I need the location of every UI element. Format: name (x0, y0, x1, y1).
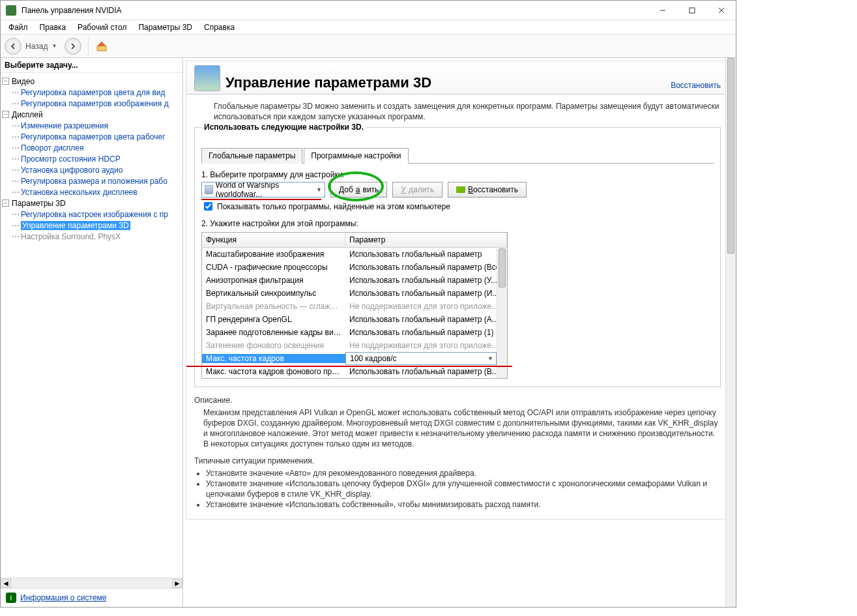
nav-forward-button[interactable] (65, 38, 81, 55)
tree-item-surround-physx[interactable]: ⋯Настройка Surround, PhysX (2, 231, 181, 242)
svg-rect-1 (690, 8, 695, 13)
menu-help[interactable]: Справка (199, 22, 240, 33)
main-scrollbar[interactable] (725, 58, 736, 607)
tree-cat-video[interactable]: − Видео (2, 76, 181, 87)
settings-table-body[interactable]: Масштабирование изображенияИспользовать … (202, 248, 507, 378)
collapse-icon[interactable]: − (2, 78, 9, 85)
list-item: Установите значение «Использовать собств… (206, 499, 721, 510)
content-wrap: Управление параметрами 3D Восстановить Г… (186, 61, 729, 520)
tree-item-rotate[interactable]: ⋯Поворот дисплея (2, 142, 181, 153)
tab-program[interactable]: Программные настройки (304, 148, 408, 164)
selected-value-dropdown[interactable]: 100 кадров/с ▼ (345, 352, 497, 365)
tree-item-video-color[interactable]: ⋯Регулировка параметров цвета для вид (2, 87, 181, 98)
window-buttons (648, 1, 736, 20)
remove-button[interactable]: Удалить (392, 182, 443, 198)
nvidia-logo-icon (456, 186, 465, 193)
description-block: Описание. Механизм представления API Vul… (186, 395, 729, 519)
scroll-thumb[interactable] (499, 248, 506, 287)
chevron-down-icon: ▼ (485, 355, 496, 362)
table-row[interactable]: Виртуальная реальность — сглаживан...Не … (202, 300, 507, 313)
col-function[interactable]: Функция (202, 233, 345, 247)
program-select[interactable]: World of Warships (worldofwar... ▼ (201, 182, 325, 198)
body: Выберите задачу... − Видео ⋯Регулировка … (1, 58, 736, 607)
description-text: Механизм представления API Vulkan и Open… (194, 407, 721, 450)
main-area: Управление параметрами 3D Восстановить Г… (183, 58, 736, 607)
menu-file[interactable]: Файл (3, 22, 33, 33)
close-button[interactable] (706, 1, 736, 20)
table-row[interactable]: Заранее подготовленные кадры вирту...Исп… (202, 326, 507, 339)
table-row[interactable]: ГП рендеринга OpenGLИспользовать глобаль… (202, 313, 507, 326)
selected-function: Макс. частота кадров (202, 354, 345, 363)
sidebar: Выберите задачу... − Видео ⋯Регулировка … (1, 58, 183, 607)
system-info-link[interactable]: Информация о системе (20, 593, 106, 602)
col-parameter[interactable]: Параметр (345, 233, 507, 247)
collapse-icon[interactable]: − (2, 111, 9, 118)
restore-button[interactable]: Восстановить (448, 182, 527, 198)
collapse-icon[interactable]: − (2, 199, 9, 207)
tree-item-desktop-color[interactable]: ⋯Регулировка параметров цвета рабочег (2, 131, 181, 142)
table-row[interactable]: CUDA - графические процессорыИспользоват… (202, 261, 507, 274)
page-header: Управление параметрами 3D Восстановить (186, 61, 729, 95)
page-title: Управление параметрами 3D (225, 74, 671, 91)
table-row[interactable]: Вертикальный синхроимпульсИспользовать г… (202, 287, 507, 300)
scroll-right-icon[interactable]: ► (172, 579, 182, 588)
scroll-track[interactable] (11, 579, 172, 588)
table-row-selected[interactable]: Макс. частота кадров 100 кадров/с ▼ (202, 352, 507, 365)
table-scrollbar[interactable] (497, 248, 507, 378)
tab-global[interactable]: Глобальные параметры (201, 148, 302, 164)
groupbox-legend: Использовать следующие настройки 3D. (201, 123, 366, 132)
system-info: i Информация о системе (1, 588, 182, 607)
tree-item-resolution[interactable]: ⋯Изменение разрешения (2, 120, 181, 131)
tree-item-size-pos[interactable]: ⋯Регулировка размера и положения рабо (2, 175, 181, 186)
restore-defaults-link[interactable]: Восстановить (671, 81, 721, 90)
menu-3d[interactable]: Параметры 3D (133, 22, 197, 33)
table-row[interactable]: Анизотропная фильтрацияИспользовать глоб… (202, 274, 507, 287)
list-item: Установите значение «Использовать цепочк… (206, 478, 721, 499)
maximize-button[interactable] (677, 1, 706, 20)
tabs: Глобальные параметры Программные настрой… (201, 147, 714, 164)
scroll-thumb[interactable] (727, 58, 734, 254)
sidebar-hscrollbar[interactable]: ◄ ► (1, 578, 182, 588)
toolbar: Назад ▼ (1, 35, 736, 58)
tree-item-audio[interactable]: ⋯Установка цифрового аудио (2, 164, 181, 175)
typical-list: Установите значение «Авто» для рекомендо… (206, 468, 721, 510)
settings-groupbox: Использовать следующие настройки 3D. Гло… (194, 127, 721, 387)
window-title: Панель управления NVIDIA (20, 6, 648, 15)
table-row[interactable]: Макс. частота кадров фонового прило...Ис… (202, 365, 507, 378)
app-icon (205, 185, 213, 194)
settings-table-header: Функция Параметр (202, 233, 507, 248)
scroll-left-icon[interactable]: ◄ (1, 579, 11, 588)
menu-edit[interactable]: Правка (35, 22, 72, 33)
minimize-button[interactable] (648, 1, 677, 20)
menu-desktop[interactable]: Рабочий стол (72, 22, 132, 33)
table-row[interactable]: Затенение фонового освещенияНе поддержив… (202, 339, 507, 352)
info-icon: i (6, 593, 16, 603)
toolbar-divider (88, 37, 89, 55)
task-tree[interactable]: − Видео ⋯Регулировка параметров цвета дл… (1, 73, 182, 578)
tree-cat-3d[interactable]: − Параметры 3D (2, 198, 181, 209)
chevron-down-icon: ▼ (316, 186, 322, 193)
tree-cat-display[interactable]: − Дисплей (2, 109, 181, 120)
settings-table: Функция Параметр Масштабирование изображ… (201, 232, 508, 379)
tree-item-multimon[interactable]: ⋯Установка нескольких дисплеев (2, 186, 181, 198)
tree-item-manage-3d[interactable]: ⋯Управление параметрами 3D (2, 220, 181, 231)
page-header-icon (194, 65, 220, 91)
step2-label: 2. Укажите настройки для этой программы: (201, 219, 714, 228)
tree-item-image-settings[interactable]: ⋯Регулировка настроек изображения с пр (2, 209, 181, 220)
show-found-only-checkbox[interactable]: Показывать только программы, найденные н… (201, 200, 714, 213)
program-select-value: World of Warships (worldofwar... (216, 182, 316, 198)
tree-item-hdcp[interactable]: ⋯Просмотр состояния HDCP (2, 153, 181, 164)
add-button[interactable]: Добавить (330, 182, 387, 198)
show-found-only-input[interactable] (204, 202, 212, 211)
step1-label: 1. Выберите программу для настройки: (201, 170, 714, 179)
typical-title: Типичные ситуации применения. (194, 456, 721, 466)
list-item: Установите значение «Авто» для рекомендо… (206, 468, 721, 478)
titlebar: Панель управления NVIDIA (1, 1, 736, 20)
nav-history-dropdown[interactable]: ▼ (51, 43, 57, 49)
menubar: Файл Правка Рабочий стол Параметры 3D Сп… (1, 20, 736, 35)
task-title: Выберите задачу... (1, 58, 182, 73)
tree-item-video-image[interactable]: ⋯Регулировка параметров изображения д (2, 98, 181, 109)
nav-back-button[interactable] (5, 38, 22, 55)
table-row[interactable]: Масштабирование изображенияИспользовать … (202, 248, 507, 261)
home-icon[interactable] (95, 40, 108, 53)
